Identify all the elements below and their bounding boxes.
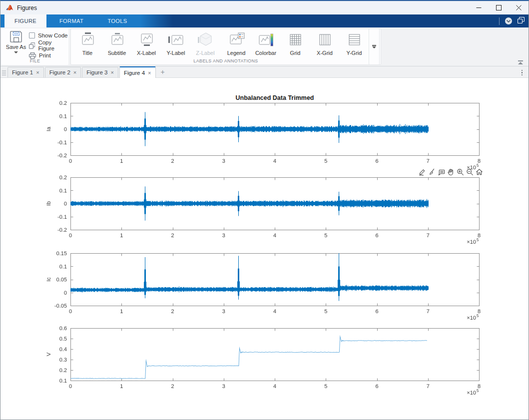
figure-canvas-area: Unbalanced Data Trimmed [0,78,529,420]
save-as-label: Save As [6,44,26,50]
data-tips-icon[interactable] [437,168,446,176]
subplot-ic[interactable] [40,249,490,322]
grid-button[interactable]: Grid [281,31,310,61]
subtitle-icon [108,31,126,48]
x-label-button[interactable]: X-Label [132,31,161,61]
colorbar-button[interactable]: Colorbar [251,31,280,61]
zoom-in-icon[interactable] [456,168,465,176]
ribbon-tab-strip: FIGURE FORMAT TOOLS [0,14,529,27]
figure-tab-bar: Figure 1 × Figure 2 × Figure 3 × Figure … [0,66,529,78]
subtitle-button[interactable]: Subtitle [102,31,131,61]
restore-view-icon[interactable] [475,168,484,176]
tab-close-icon[interactable]: × [73,69,76,75]
grid-icon [286,31,304,48]
tab-close-icon[interactable]: × [148,70,151,76]
close-button[interactable] [509,1,529,14]
print-label: Print [39,52,51,58]
minimize-button[interactable] [469,1,489,14]
print-icon [29,52,36,59]
brush-icon[interactable] [428,168,436,176]
ribbon-tab-figure[interactable]: FIGURE [4,14,46,27]
labels-annotations-section: Title Subtitle X-Label Y-L [70,28,381,65]
x-grid-button[interactable]: X-Grid [310,31,339,61]
ribbon-help-chevron-icon[interactable] [505,17,512,24]
zoom-out-icon[interactable] [466,168,474,176]
ribbon-tab-tools[interactable]: TOOLS [96,14,138,27]
maximize-button[interactable] [489,1,509,14]
window-title: Figures [17,4,37,11]
subplot-v[interactable] [40,324,490,397]
tab-grip-handle[interactable] [2,70,6,75]
title-icon [78,31,96,48]
copy-icon [29,42,35,49]
export-icon[interactable] [418,168,427,176]
chevron-down-icon [372,45,376,48]
collapse-ribbon-button[interactable] [517,60,525,64]
copy-figure-button[interactable]: Copy Figure [29,41,68,49]
tab-overflow-menu[interactable] [522,70,523,76]
tab-figure-1[interactable]: Figure 1 × [7,67,44,77]
y-label-button[interactable]: Y-Label [161,31,190,61]
tab-close-icon[interactable]: × [110,69,113,75]
subplot-ia[interactable] [40,99,490,171]
show-code-label: Show Code [38,32,67,38]
matlab-logo-icon [5,4,13,11]
copy-figure-label: Copy Figure [38,39,68,51]
labels-section-label: LABELS AND ANNOTATIONS [71,58,381,63]
labels-overflow-button[interactable] [369,28,380,65]
ribbon-tab-format[interactable]: FORMAT [50,14,92,27]
show-code-toggle[interactable]: Show Code [29,31,68,39]
z-label-button: Z-Label [191,31,220,61]
strip-separator [499,17,500,25]
y-label-icon [167,31,185,48]
pop-out-icon[interactable] [518,16,525,25]
save-icon [9,30,23,43]
y-grid-icon [345,31,363,48]
tab-close-icon[interactable]: × [36,69,39,75]
axes-toolbar [418,168,484,176]
tab-figure-4[interactable]: Figure 4 × [119,66,156,78]
save-as-dropdown-caret-icon[interactable] [14,51,18,53]
window-titlebar: Figures [0,1,529,14]
x-grid-icon [316,31,334,48]
file-section-label: FILE [2,58,68,63]
ribbon-body: Save As Show Code Copy Figure [0,27,529,66]
title-button[interactable]: Title [73,31,102,61]
add-figure-tab-button[interactable]: + [161,68,165,76]
pan-icon[interactable] [447,168,455,176]
file-section: Save As Show Code Copy Figure [1,28,68,65]
y-grid-button[interactable]: Y-Grid [340,31,369,61]
legend-icon [227,31,245,48]
subplot-ib[interactable] [40,173,490,246]
tab-figure-2[interactable]: Figure 2 × [45,67,81,77]
figures-window: Figures FIGURE FORMAT TOOLS [0,0,529,420]
colorbar-icon [257,31,275,48]
save-as-button[interactable]: Save As [5,30,27,58]
show-code-checkbox[interactable] [29,32,35,38]
legend-button[interactable]: Legend [222,31,251,61]
tab-figure-3[interactable]: Figure 3 × [82,67,118,77]
x-label-icon [137,31,155,48]
z-label-icon [196,31,214,48]
